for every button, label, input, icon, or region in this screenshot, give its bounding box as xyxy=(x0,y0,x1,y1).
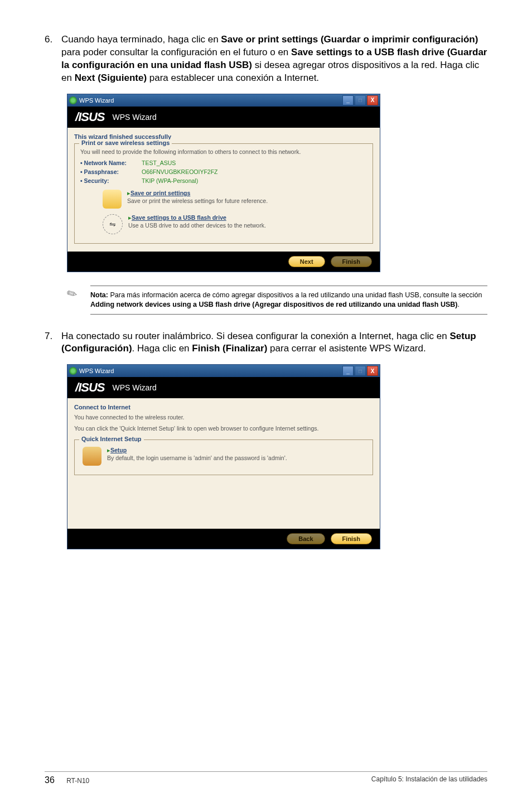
step6-b3: Next (Siguiente) xyxy=(75,73,147,83)
usb-icon: ⇋ xyxy=(103,214,123,234)
save-usb-link[interactable]: Save settings to a USB flash drive xyxy=(128,214,266,221)
step6-mid1: para poder consultar la configuración en… xyxy=(61,47,291,57)
kv-key: Passphrase: xyxy=(80,168,142,175)
finish-button[interactable]: Finish xyxy=(331,256,372,267)
save-print-link[interactable]: Save or print settings xyxy=(127,190,268,196)
setup-icon xyxy=(83,447,101,466)
footer-chapter: Capítulo 5: Instalación de las utilidade… xyxy=(371,775,487,785)
note-t1: Para más información acerca de cómo agre… xyxy=(108,291,482,299)
fieldset-legend: Print or save wireless settings xyxy=(79,139,172,146)
kv-val: O66FNVUGBKREOOIYF2FZ xyxy=(142,168,218,175)
step6-post: para establecer una conexión a Internet. xyxy=(147,73,319,83)
minimize-button[interactable]: _ xyxy=(342,95,354,105)
fieldset-text: You will need to provide the following i… xyxy=(80,148,367,155)
step7-pre: Ha conectado su router inalámbrico. Si d… xyxy=(61,331,449,341)
kv-val: TEST_ASUS xyxy=(142,160,176,166)
page-number: 36 xyxy=(45,775,55,785)
titlebar: WPS Wizard _ □ X xyxy=(67,94,380,107)
wizard-title: WPS Wizard xyxy=(112,383,156,392)
step6-pre: Cuando haya terminado, haga clic en xyxy=(61,34,221,45)
kv-passphrase: Passphrase: O66FNVUGBKREOOIYF2FZ xyxy=(80,168,367,175)
step-6-number: 6. xyxy=(45,33,61,85)
setup-link[interactable]: Setup xyxy=(107,447,287,453)
kv-val: TKIP (WPA-Personal) xyxy=(142,177,198,184)
kv-key: Network Name: xyxy=(80,160,142,166)
fieldset-legend: Quick Internet Setup xyxy=(79,436,144,442)
window-title: WPS Wizard xyxy=(79,368,114,374)
step-6-text: Cuando haya terminado, haga clic en Save… xyxy=(61,33,487,85)
setup-sub: By default, the login username is 'admin… xyxy=(107,455,287,461)
step-7-text: Ha conectado su router inalámbrico. Si d… xyxy=(61,330,487,356)
quick-setup-hint: You can click the 'Quick Internet Setup'… xyxy=(74,425,373,432)
asus-header: ISUS WPS Wizard xyxy=(67,377,380,398)
note-lead: Nota: xyxy=(90,291,108,299)
asus-logo: ISUS xyxy=(75,110,104,124)
minimize-button[interactable]: _ xyxy=(342,366,354,376)
next-button[interactable]: Next xyxy=(288,256,325,267)
note-block: ✎ Nota: Para más información acerca de c… xyxy=(67,286,487,315)
kv-security: Security: TKIP (WPA-Personal) xyxy=(80,177,367,184)
step-7: 7. Ha conectado su router inalámbrico. S… xyxy=(45,330,487,356)
app-icon xyxy=(69,96,77,104)
connected-text: You have connected to the wireless route… xyxy=(74,414,373,421)
close-button[interactable]: X xyxy=(367,95,378,105)
close-button[interactable]: X xyxy=(367,366,378,376)
save-print-block: Save or print settings Save or print the… xyxy=(103,190,367,209)
print-save-fieldset: Print or save wireless settings You will… xyxy=(74,143,373,244)
note-t2: . xyxy=(457,301,459,308)
step-6: 6. Cuando haya terminado, haga clic en S… xyxy=(45,33,487,85)
note-text: Nota: Para más información acerca de cóm… xyxy=(90,286,487,315)
footer-model: RT-N10 xyxy=(66,777,89,785)
pencil-icon: ✎ xyxy=(64,283,85,304)
page-footer: 36 RT-N10 Capítulo 5: Instalación de las… xyxy=(45,771,487,785)
maximize-button: □ xyxy=(355,366,366,376)
app-icon xyxy=(69,367,77,375)
asus-header: ISUS WPS Wizard xyxy=(67,107,380,128)
save-usb-block: ⇋ Save settings to a USB flash drive Use… xyxy=(103,214,367,234)
kv-key: Security: xyxy=(80,177,142,184)
asus-logo: ISUS xyxy=(75,380,104,395)
save-print-icon xyxy=(103,190,122,209)
step7-post: para cerrar el asistente WPS Wizard. xyxy=(267,343,425,354)
step7-mid1: . Haga clic en xyxy=(132,343,192,354)
window-title: WPS Wizard xyxy=(79,97,114,104)
setup-block: Setup By default, the login username is … xyxy=(83,447,367,466)
finish-button[interactable]: Finish xyxy=(331,533,372,544)
save-usb-sub: Use a USB drive to add other devices to … xyxy=(128,222,266,229)
wps-wizard-dialog-2: WPS Wizard _ □ X ISUS WPS Wizard Connect… xyxy=(67,364,380,549)
save-print-sub: Save or print the wireless settings for … xyxy=(127,197,268,204)
note-b1: Adding network devices using a USB flash… xyxy=(90,301,457,308)
quick-internet-fieldset: Quick Internet Setup Setup By default, t… xyxy=(74,439,373,475)
step7-b2: Finish (Finalizar) xyxy=(192,343,267,354)
step-7-number: 7. xyxy=(45,330,61,356)
step6-b1: Save or print settings (Guardar o imprim… xyxy=(221,34,478,45)
titlebar: WPS Wizard _ □ X xyxy=(67,365,380,377)
wps-wizard-dialog-1: WPS Wizard _ □ X ISUS WPS Wizard This wi… xyxy=(67,94,380,272)
maximize-button: □ xyxy=(355,95,366,105)
back-button[interactable]: Back xyxy=(287,533,325,544)
wizard-heading: Connect to Internet xyxy=(74,404,373,410)
wizard-title: WPS Wizard xyxy=(112,113,156,122)
kv-network-name: Network Name: TEST_ASUS xyxy=(80,160,367,166)
